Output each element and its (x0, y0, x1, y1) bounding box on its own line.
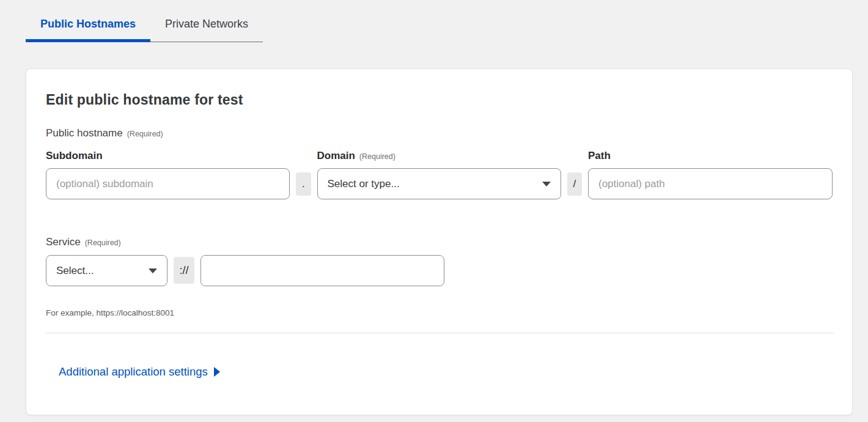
service-type-select-value: Select... (56, 265, 94, 277)
domain-label: Domain(Required) (317, 150, 561, 162)
scheme-separator: :// (174, 257, 194, 284)
service-label: Service (46, 236, 81, 248)
path-field-group: Path (588, 150, 833, 199)
section-divider (46, 333, 834, 333)
subdomain-input[interactable] (46, 168, 290, 199)
service-required-note: (Required) (85, 239, 121, 247)
tab-public-hostnames[interactable]: Public Hostnames (26, 0, 150, 42)
domain-required-note: (Required) (359, 152, 395, 161)
tab-bar: Public Hostnames Private Networks (26, 0, 868, 42)
hostname-field-row: Subdomain . Domain(Required) Select or t… (46, 150, 833, 199)
domain-select-value: Select or type... (328, 178, 400, 190)
service-field-row: Select... :// (46, 255, 833, 286)
tab-private-networks[interactable]: Private Networks (150, 0, 263, 42)
domain-select[interactable]: Select or type... (317, 168, 561, 199)
subdomain-field-group: Subdomain (46, 150, 290, 199)
public-hostname-section-label: Public hostname(Required) (46, 127, 833, 139)
chevron-down-icon (542, 182, 551, 187)
service-type-select[interactable]: Select... (46, 255, 167, 286)
path-label: Path (588, 150, 833, 162)
service-url-input[interactable] (200, 255, 444, 286)
chevron-right-icon (214, 367, 220, 377)
domain-field-group: Domain(Required) Select or type... (317, 150, 561, 199)
subdomain-label: Subdomain (46, 150, 290, 162)
service-section-label: Service(Required) (46, 236, 833, 248)
public-hostname-label: Public hostname (46, 127, 123, 139)
service-example-hint: For example, https://localhost:8001 (46, 308, 833, 317)
additional-settings-label: Additional application settings (59, 365, 208, 379)
dot-separator: . (296, 172, 311, 196)
slash-separator: / (567, 172, 583, 196)
public-hostname-required-note: (Required) (127, 130, 163, 138)
chevron-down-icon (149, 268, 157, 273)
path-input[interactable] (588, 168, 833, 199)
edit-hostname-panel: Edit public hostname for test Public hos… (26, 68, 853, 415)
page-title: Edit public hostname for test (46, 92, 833, 108)
additional-application-settings-link[interactable]: Additional application settings (59, 365, 220, 379)
